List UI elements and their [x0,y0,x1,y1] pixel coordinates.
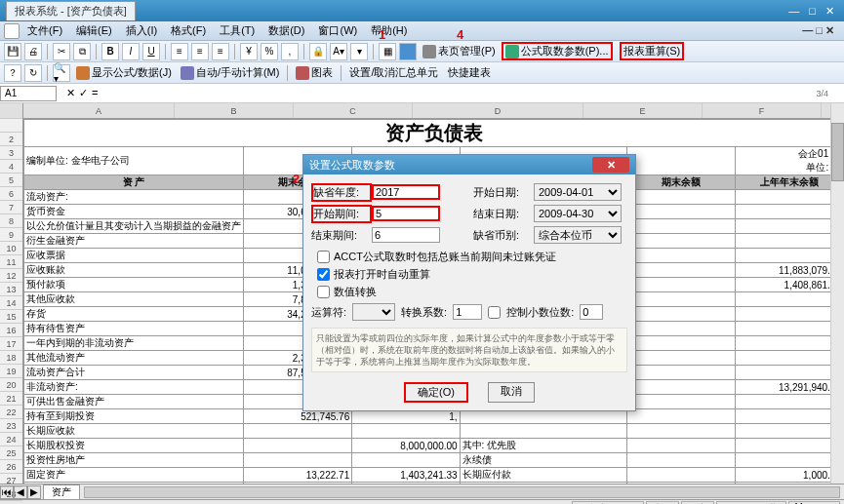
cancel-button[interactable]: 取消 [488,382,535,403]
table-row[interactable]: 在建工程预计负债 [24,483,844,485]
table-row[interactable]: 长期股权投资8,000,000.00其中: 优先股 [24,439,844,453]
status-mode: 大写 [646,501,679,505]
help-icon[interactable]: ？ [4,64,21,82]
row-headers: 2345678910111213141516171819202122232425… [0,103,23,484]
convert-checkbox[interactable] [317,286,330,298]
toolbar-main: 💾 🖨 ✂ ⧉ B I U ≡ ≡ ≡ ¥ % , 🔒 A▾ ▾ ▦ 表页管理(… [0,41,844,62]
formula-toggle-icon [76,66,90,80]
currency-label: 缺省币别: [473,228,534,243]
factor-input[interactable] [453,304,482,320]
menu-data[interactable]: 数据(D) [262,21,310,40]
start-date-label: 开始日期: [473,185,534,200]
menu-tools[interactable]: 工具(T) [214,21,261,40]
cancel-edit-icon[interactable]: ✕ [66,87,75,99]
percent-icon[interactable]: % [261,43,278,60]
horizontal-scrollbar[interactable] [84,486,840,498]
currency-select[interactable]: 综合本位币 [534,226,622,244]
end-date-select[interactable]: 2009-04-30 [534,205,622,222]
refresh-icon[interactable]: ↻ [24,64,42,82]
chart-button[interactable]: 图表 [293,65,336,80]
name-box[interactable]: A1 [0,86,57,101]
borders-icon[interactable]: ▦ [379,43,396,60]
cut-icon[interactable]: ✂ [53,43,70,60]
mdi-close-icon[interactable]: — □ ✕ [796,24,840,37]
menu-format[interactable]: 格式(F) [165,21,212,40]
menu-file[interactable]: 文件(F) [21,21,68,40]
table-row[interactable]: 投资性房地产永续债 [24,453,844,468]
start-date-select[interactable]: 2009-04-01 [534,183,622,201]
status-user: Manager [788,501,840,505]
formula-param-button[interactable]: 公式取数参数(P)... [502,42,613,60]
theme-icon[interactable] [399,43,417,60]
end-date-label: 结束日期: [473,207,534,221]
fx-icon [505,45,519,58]
formula-param-dialog: 设置公式取数参数 ✕ 缺省年度: 开始期间: 结束期间: [302,154,636,411]
year-label: 缺省年度: [311,183,372,202]
lock-icon[interactable]: 🔒 [309,43,327,60]
dialog-hint: 只能设置为零或前四位的实际年度，如果计算公式中的年度参数小于或等于零（相对值）时… [311,328,627,372]
sheet-tab-assets[interactable]: 资产 [43,485,80,500]
page-setup-button[interactable]: 表页管理(P) [420,44,499,58]
menu-help[interactable]: 帮助(H) [365,21,413,40]
acct-checkbox[interactable] [317,251,330,263]
menu-insert[interactable]: 插入(I) [120,21,163,40]
italic-button[interactable]: I [122,43,140,60]
align-right-icon[interactable]: ≡ [212,43,229,60]
decimal-input[interactable] [580,304,603,320]
minimize-icon[interactable]: — [784,5,803,18]
status-company: 金华电子公司 [572,501,644,505]
callout-1: 1 [379,27,385,42]
ok-button[interactable]: 确定(O) [404,382,468,403]
year-input[interactable] [372,184,440,200]
underline-button[interactable]: U [142,43,160,60]
end-period-input[interactable] [372,227,440,243]
calc-mode-icon [181,66,194,80]
tab-nav-first-icon[interactable]: ⏮ [0,485,14,499]
font-color-icon[interactable]: A▾ [330,43,347,60]
menu-edit[interactable]: 编辑(E) [70,21,118,40]
set-cancel-button[interactable]: 设置/取消汇总单元 [346,65,441,80]
vertical-scrollbar[interactable] [830,103,844,484]
quick-table-button[interactable]: 快捷建表 [445,65,494,80]
close-icon[interactable]: ✕ [822,5,838,18]
maximize-icon[interactable]: □ [805,5,820,18]
report-recalc-button[interactable]: 报表重算(S) [620,42,685,60]
app-icon [4,23,20,39]
callout-2: 2 [293,172,300,186]
tab-nav-prev-icon[interactable]: ◀ [14,485,27,499]
currency-icon[interactable]: ¥ [240,43,258,60]
zoom-icon[interactable]: 🔍▾ [53,64,70,82]
operator-select[interactable] [352,303,395,321]
menu-window[interactable]: 窗口(W) [312,21,363,40]
table-row[interactable]: 长期应收款 [24,424,844,439]
page-icon [422,45,436,58]
status-period: 2017年第5期 [716,501,786,505]
menubar: 文件(F) 编辑(E) 插入(I) 格式(F) 工具(T) 数据(D) 窗口(W… [0,21,844,41]
align-center-icon[interactable]: ≡ [191,43,209,60]
fx-equals-icon[interactable]: = [92,87,98,99]
copy-icon[interactable]: ⧉ [73,43,91,60]
table-row[interactable]: 固定资产13,222.711,403,241.33长期应付款1,000.00 [24,468,844,483]
auto-recalc-checkbox[interactable] [317,268,330,281]
start-period-label: 开始期间: [311,205,372,223]
sheet-title: 资产负债表 [24,120,844,147]
show-formula-button[interactable]: 显示公式/数据(J) [73,65,175,80]
fill-color-icon[interactable]: ▾ [350,43,368,60]
decimal-checkbox[interactable] [488,306,501,319]
end-period-label: 结束期间: [311,228,372,243]
confirm-edit-icon[interactable]: ✓ [79,87,88,99]
status-bar: - 金华电子公司 大写 数字 2017年第5期 Manager [0,499,844,504]
save-icon[interactable]: 💾 [4,43,21,60]
bold-button[interactable]: B [101,43,119,60]
print-icon[interactable]: 🖨 [24,43,42,60]
column-headers: A B C D E F [23,103,844,119]
tab-nav-next-icon[interactable]: ▶ [27,485,41,499]
chart-icon [296,66,309,80]
align-left-icon[interactable]: ≡ [171,43,188,60]
auto-manual-button[interactable]: 自动/手动计算(M) [178,65,283,80]
dialog-close-icon[interactable]: ✕ [592,157,629,173]
toolbar-secondary: ？ ↻ 🔍▾ 显示公式/数据(J) 自动/手动计算(M) 图表 设置/取消汇总单… [0,62,844,84]
start-period-input[interactable] [372,206,440,221]
comma-icon[interactable]: , [281,43,299,60]
window-tab[interactable]: 报表系统 - [资产负债表] [6,1,136,20]
